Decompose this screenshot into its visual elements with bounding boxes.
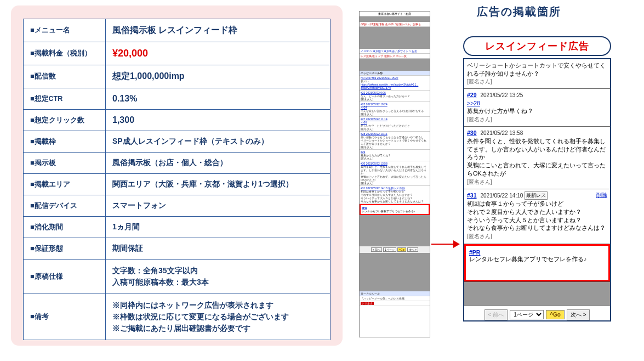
spec-row: ■メニュー名風俗掲示板 レスインフィード枠 [24, 19, 330, 42]
spec-value: 期間保証 [106, 238, 330, 260]
mini-post-28: #28 2021/05/22 13:11 良い感触でやらせてもらえなら普通ないや… [360, 132, 430, 150]
spec-row: ■掲載エリア関西エリア（大阪・兵庫・京都・滋賀より1つ選択） [24, 174, 330, 195]
mini-ad-slot: #PR レンタルセフレ募集アプリでセフレを作る♪ [360, 204, 430, 215]
spec-row: ■配信数想定1,000,000imp [24, 65, 330, 88]
mini-pr-text: レンタルセフレ募集アプリでセフレを作る♪ [362, 210, 415, 213]
mini-post-29: #29 募集かけた方が早くね？ [匿名さん] [360, 150, 430, 161]
mini-post-31: #31 2021/05/22 14:10 最新レス 削除 初回は食事１からって子… [360, 186, 430, 204]
mini-page-select[interactable]: 1ページ [383, 247, 396, 252]
spec-value: 0.13% [106, 88, 330, 110]
mini-grey-ad [360, 27, 430, 49]
spec-label: ■掲載料金（税別） [24, 42, 106, 65]
spec-label: ■想定クリック数 [24, 110, 106, 131]
mini-tabs: レス投稿 板トップ 最新レス スレ一覧 [360, 54, 430, 59]
spec-label: ■メニュー名 [24, 19, 106, 42]
mini-prev-button[interactable]: < 前へ [371, 247, 382, 252]
mini-next-button[interactable]: 次へ > [407, 247, 418, 252]
spec-value: SP成人レスインフィード枠（テキストのみ） [106, 131, 330, 153]
mini-phone-mock: 東京出会い系サイト・お店 体験レポ&素敵情報 生の声「欲情レベル」記事も イ.c… [359, 11, 430, 337]
post-number-link[interactable]: #30 [467, 129, 477, 136]
spec-value: スマートフォン [106, 195, 330, 217]
post-number-link[interactable]: #29 [467, 92, 477, 98]
big-grey-ad [464, 281, 610, 306]
spec-value: 1ヵ月間 [106, 217, 330, 238]
spec-row: ■掲載料金（税別）¥20,000 [24, 42, 330, 65]
mini-go-button[interactable]: ^Go [397, 247, 406, 252]
spec-value: 文字数：全角35文字以内入稿可能原稿本数：最大3本 [106, 260, 330, 294]
spec-label: ■原稿仕様 [24, 260, 106, 294]
big-pr-label: #PR [469, 249, 480, 256]
spec-label: ■配信デバイス [24, 195, 106, 217]
mini-thread-title: ハッピーメール⑨ [360, 71, 430, 76]
big-page-select[interactable]: 1ページ [510, 310, 544, 319]
spec-row: ■掲載枠SP成人レスインフィード枠（テキストのみ） [24, 131, 330, 153]
latest-badge: 最新レス [525, 191, 548, 199]
big-post-30: #30 2021/05/22 13:58 条件を聞くと、性欲を発散してくれる相手… [464, 127, 610, 189]
spec-label: ■保証形態 [24, 238, 106, 260]
spec-value: 想定1,000,000imp [106, 65, 330, 88]
spec-row: ■想定クリック数1,300 [24, 110, 330, 131]
big-post-top: ベリーショートかショートカットで安くやらせてくれる子誰か知りませんか？ [匿名さ… [464, 59, 610, 89]
mini-breadcrumb: イ.com > 東京版 > 東京出会い系サイト > お店 [360, 49, 430, 54]
spec-row: ■備考※同枠内にはネットワーク広告が表示されます※枠数は状況に応じて変更になる場… [24, 294, 330, 340]
big-go-button[interactable]: ^Go [546, 310, 565, 319]
spec-value: ※同枠内にはネットワーク広告が表示されます※枠数は状況に応じて変更になる場合がご… [106, 294, 330, 340]
big-pagination: < 前へ 1ページ ^Go 次へ > [464, 306, 610, 321]
spec-row: ■保証形態期間保証 [24, 238, 330, 260]
spec-label: ■掲載エリア [24, 174, 106, 195]
spec-value: ¥20,000 [106, 42, 330, 65]
big-phone-mock: ベリーショートかショートカットで安くやらせてくれる子誰か知りませんか？ [匿名さ… [463, 58, 611, 321]
mini-local-rule: ローカルルール [360, 291, 430, 296]
mini-post-22: #22 2021/05/22 0:06 なん、ビールの青タン会った方おるー？ [… [360, 91, 430, 102]
spec-row: ■想定CTR0.13% [24, 88, 330, 110]
mini-grey-ad4 [360, 253, 430, 291]
mini-grey-strip [360, 16, 430, 22]
spec-row: ■掲示板風俗掲示板（お店・個人・総合） [24, 153, 330, 174]
mini-red-strip: 体験レポ&素敵情報 生の声「欲情レベル」記事も [360, 22, 430, 27]
mini-thread-meta: NO.9407369 2021/05/21 15:27 新スレ https://… [360, 76, 430, 91]
mini-res-btn: レス本文 [360, 301, 430, 306]
spec-table: ■メニュー名風俗掲示板 レスインフィード枠■掲載料金（税別）¥20,000■配信… [23, 19, 330, 340]
spec-row: ■原稿仕様文字数：全角35文字以内入稿可能原稿本数：最大3本 [24, 260, 330, 294]
mini-grey-ad2 [360, 59, 430, 71]
placement-title: 広告の掲載箇所 [477, 4, 561, 19]
spec-value: 風俗掲示板 レスインフィード枠 [106, 19, 330, 42]
spec-value: 1,300 [106, 110, 330, 131]
spec-value: 風俗掲示板（お店・個人・総合） [106, 153, 330, 174]
spec-label: ■消化期間 [24, 217, 106, 238]
arrow-icon [431, 239, 461, 250]
spec-row: ■配信デバイススマートフォン [24, 195, 330, 217]
spec-row: ■消化期間1ヵ月間 [24, 217, 330, 238]
mini-footer: 「ハッピーメール⑨」へのレス投稿 [360, 296, 430, 301]
big-pr-text: レンタルセフレ募集アプリでセフレを作る♪ [469, 256, 586, 262]
reply-link[interactable]: >>28 [467, 100, 480, 106]
placement-column: 広告の掲載箇所 東京出会い系サイト・お店 体験レポ&素敵情報 生の声「欲情レベル… [359, 5, 633, 356]
spec-label: ■備考 [24, 294, 106, 340]
ad-type-pill: レスインフィード広告 [463, 36, 611, 56]
spec-label: ■想定CTR [24, 88, 106, 110]
big-post-31: #31 2021/05/22 14:10 最新レス 削除 初回は食事１からって子… [464, 189, 610, 244]
big-next-button[interactable]: 次へ > [567, 309, 590, 320]
mini-page-title: 東京出会い系サイト・お店 [360, 12, 430, 16]
post-number-link[interactable]: #31 [467, 192, 477, 199]
spec-label: ■配信数 [24, 65, 106, 88]
big-ad-slot: #PR レンタルセフレ募集アプリでセフレを作る♪ [464, 244, 610, 281]
mini-post-27: #27 2021/05/22 11:14 >>26 悲しいか？ ただブスだっただ… [360, 117, 430, 132]
big-prev-button[interactable]: < 前へ [485, 309, 508, 320]
big-post-29: #29 2021/05/22 13:25 >>28 募集かけた方が早くね？ [匿… [464, 89, 610, 127]
mini-grey-ad3 [360, 215, 430, 246]
mini-pagination: < 前へ 1ページ ^Go 次へ > [360, 246, 430, 253]
spec-value: 関西エリア（大阪・兵庫・京都・滋賀より1つ選択） [106, 174, 330, 195]
spec-card: ■メニュー名風俗掲示板 レスインフィード枠■掲載料金（税別）¥20,000■配信… [11, 5, 343, 346]
spec-label: ■掲載枠 [24, 131, 106, 153]
delete-link[interactable]: 削除 [596, 191, 607, 199]
mini-post-23: #23 2021/05/22 10:24 >>24 そんな寂しい話をさらっと言え… [360, 102, 430, 117]
spec-label: ■掲示板 [24, 153, 106, 174]
mini-post-30: #30 2021/05/22 13:58 条件を聞くと、性欲を発散してくれる相手… [360, 161, 430, 186]
